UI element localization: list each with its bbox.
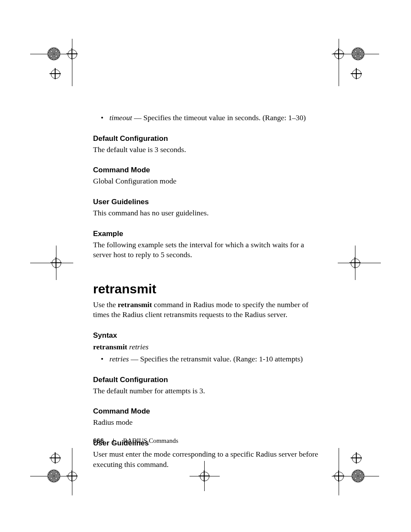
bullet-retries: retries — Specifies the retransmit value… bbox=[101, 354, 321, 364]
heading-example: Example bbox=[93, 230, 321, 238]
registration-dot-icon bbox=[352, 470, 364, 482]
page-footer: 666 RADIUS Commands bbox=[93, 437, 178, 445]
param-name: timeout bbox=[109, 113, 132, 122]
syntax-line: retransmit retries bbox=[93, 342, 321, 352]
registration-dot-icon bbox=[47, 470, 60, 482]
heading-command-mode: Command Mode bbox=[93, 166, 321, 174]
page-content: timeout — Specifies the timeout value in… bbox=[93, 110, 321, 470]
registration-target-icon bbox=[50, 68, 61, 79]
body-text: This command has no user guidelines. bbox=[93, 208, 321, 218]
registration-target-icon bbox=[333, 48, 344, 59]
crop-line bbox=[72, 39, 72, 86]
body-text: Global Configuration mode bbox=[93, 176, 321, 187]
body-text: The following example sets the interval … bbox=[93, 240, 321, 260]
heading-default-configuration: Default Configuration bbox=[93, 134, 321, 143]
syntax-command: retransmit bbox=[93, 342, 127, 351]
registration-target-icon bbox=[333, 470, 344, 482]
param-name: retries bbox=[109, 355, 129, 363]
footer-section-name: RADIUS Commands bbox=[123, 437, 178, 444]
registration-target-icon bbox=[199, 470, 210, 482]
text: Use the bbox=[93, 300, 118, 309]
page: timeout — Specifies the timeout value in… bbox=[0, 0, 411, 532]
command-intro: Use the retransmit command in Radius mod… bbox=[93, 300, 321, 320]
crop-line bbox=[339, 39, 339, 86]
command-name: retransmit bbox=[118, 300, 152, 309]
param-desc: — Specifies the retransmit value. (Range… bbox=[129, 355, 303, 363]
registration-dot-icon bbox=[352, 47, 364, 60]
param-desc: — Specifies the timeout value in seconds… bbox=[132, 113, 306, 122]
footer-divider bbox=[113, 439, 114, 444]
registration-target-icon bbox=[50, 452, 61, 464]
registration-dot-icon bbox=[47, 47, 60, 60]
page-number: 666 bbox=[93, 437, 104, 444]
heading-command-mode: Command Mode bbox=[93, 407, 321, 416]
registration-target-icon bbox=[349, 257, 361, 268]
body-text: The default value is 3 seconds. bbox=[93, 145, 321, 155]
registration-target-icon bbox=[351, 452, 362, 464]
syntax-arg: retries bbox=[129, 342, 149, 351]
body-text: User must enter the mode corresponding t… bbox=[93, 449, 321, 470]
registration-target-icon bbox=[351, 68, 362, 79]
body-text: Radius mode bbox=[93, 417, 321, 428]
registration-target-icon bbox=[66, 48, 78, 59]
heading-syntax: Syntax bbox=[93, 331, 321, 340]
registration-target-icon bbox=[50, 257, 62, 268]
command-title: retransmit bbox=[93, 282, 321, 296]
body-text: The default number for attempts is 3. bbox=[93, 386, 321, 396]
registration-target-icon bbox=[66, 470, 78, 482]
bullet-timeout: timeout — Specifies the timeout value in… bbox=[101, 113, 321, 123]
heading-user-guidelines: User Guidelines bbox=[93, 198, 321, 206]
heading-default-configuration: Default Configuration bbox=[93, 376, 321, 384]
